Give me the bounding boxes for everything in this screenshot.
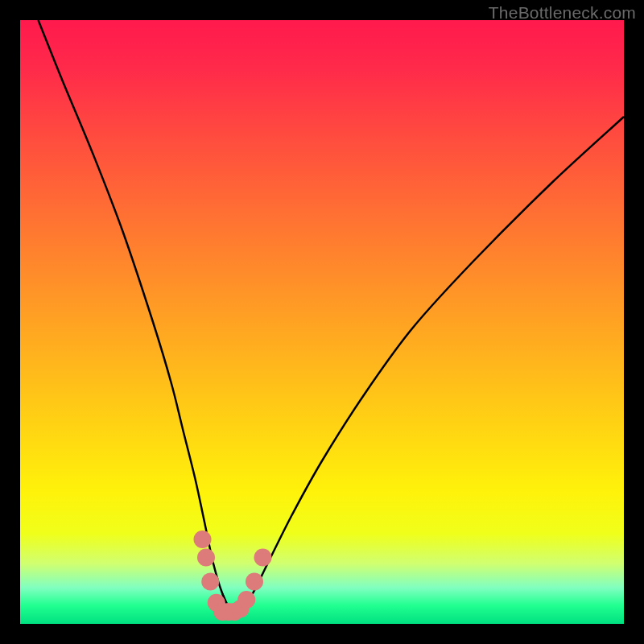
curve-marker: [194, 530, 212, 548]
watermark-text: TheBottleneck.com: [489, 3, 636, 23]
marker-group: [194, 530, 272, 621]
curve-marker: [237, 591, 255, 609]
curve-marker: [201, 573, 219, 591]
bottleneck-curve-svg: [20, 20, 624, 624]
curve-marker: [254, 549, 272, 567]
curve-marker: [197, 549, 215, 567]
curve-right-branch: [222, 117, 624, 614]
chart-area: [20, 20, 624, 624]
curve-marker: [246, 573, 263, 591]
curve-left-branch: [39, 20, 241, 613]
